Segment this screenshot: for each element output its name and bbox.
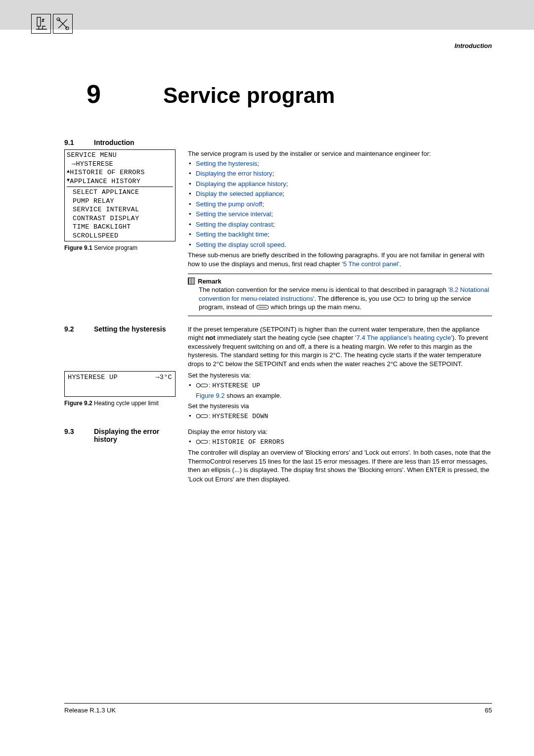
svg-point-4 — [394, 297, 398, 301]
lcd-hysterese-up: HYSTERESE UP →3°C — [64, 371, 176, 397]
link-backlight-time[interactable]: Setting the backlight time — [196, 231, 267, 238]
page-number: 65 — [485, 707, 492, 714]
svg-rect-11 — [201, 415, 208, 418]
p-9-3-body: The controller will display an overview … — [188, 448, 492, 483]
figure-9-2-caption: Figure 9.2 Heating cycle upper limit — [64, 400, 176, 407]
link-7-4[interactable]: '7.4 The appliance's heating cycle' — [355, 334, 452, 341]
p-9-2: If the preset temperature (SETPOINT) is … — [188, 325, 492, 369]
chapter-heading: 9 Service program — [64, 79, 492, 109]
svg-point-12 — [196, 440, 200, 444]
release-label: Release R.1.3 UK — [64, 707, 116, 714]
boiler-icon — [34, 16, 48, 31]
display-error-history-via: Display the error history via: — [188, 427, 492, 436]
link-display-contrast[interactable]: Setting the display contrast — [196, 221, 273, 228]
link-fig-9-2[interactable]: Figure 9.2 — [196, 392, 225, 399]
service-key-icon — [196, 382, 209, 389]
chapter-title: Service program — [163, 83, 335, 108]
logo-group — [31, 14, 73, 34]
figure-9-1-caption: Figure 9.1 Service program — [64, 244, 176, 251]
tools-icon — [55, 16, 70, 31]
link-appliance-history[interactable]: Displaying the appliance history — [196, 180, 286, 188]
logo-icon-tools — [53, 14, 73, 34]
link-hysteresis[interactable]: Setting the hysteresis — [196, 160, 257, 167]
menu-key-icon — [256, 304, 269, 311]
remark-icon — [188, 278, 195, 284]
link-error-history[interactable]: Displaying the error history — [196, 170, 272, 177]
service-key-icon — [196, 438, 209, 445]
link-service-interval[interactable]: Setting the service interval — [196, 210, 271, 218]
page-footer: Release R.1.3 UK 65 — [64, 703, 492, 714]
svg-point-8 — [196, 383, 200, 387]
chapter-number: 9 — [64, 79, 163, 109]
svg-rect-13 — [201, 440, 208, 443]
lcd-service-menu: SERVICE MENU →HYSTERESE ▲ HISTORIE OF ER… — [64, 149, 176, 241]
svg-rect-9 — [201, 384, 208, 387]
logo-icon-boiler — [31, 14, 51, 34]
section-9-1-heading: 9.1 Introduction — [64, 139, 492, 146]
intro-bullet-list: Setting the hysteresis; Displaying the e… — [188, 159, 492, 249]
intro-paragraph-1: The service program is used by the insta… — [188, 149, 492, 158]
svg-rect-0 — [37, 17, 41, 26]
remark-box: Remark The notation convention for the s… — [188, 274, 492, 316]
running-header: Introduction — [454, 42, 492, 49]
link-chapter-5[interactable]: '5 The control panel' — [342, 260, 399, 268]
set-hysteresis-via-1: Set the hysteresis via: — [188, 371, 492, 380]
link-scroll-speed[interactable]: Setting the display scroll speed — [196, 241, 284, 248]
svg-point-10 — [196, 414, 200, 418]
link-selected-appliance[interactable]: Display the selected appliance — [196, 190, 283, 197]
service-key-icon — [196, 413, 209, 420]
link-pump[interactable]: Setting the pump on/off — [196, 200, 262, 208]
service-key-icon — [393, 295, 406, 302]
svg-rect-5 — [398, 297, 405, 300]
intro-paragraph-2: These sub-menus are briefly described in… — [188, 251, 492, 268]
top-grey-bar — [0, 0, 534, 30]
set-hysteresis-via-2: Set the hysteresis via — [188, 402, 492, 411]
